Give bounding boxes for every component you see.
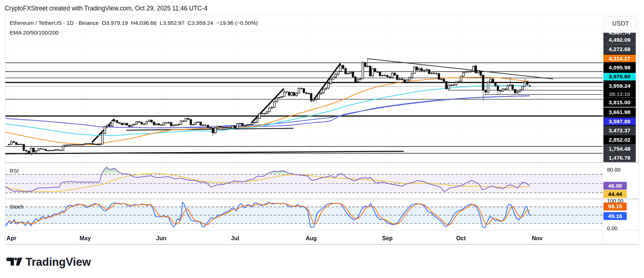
svg-text:Aug: Aug [306, 235, 317, 241]
svg-text:2,852.02: 2,852.02 [609, 137, 630, 143]
svg-text:Oct: Oct [456, 235, 466, 241]
svg-text:1,476.78: 1,476.78 [609, 155, 631, 161]
svg-text:Jul: Jul [231, 235, 239, 241]
svg-text:Sep: Sep [382, 235, 393, 241]
svg-text:CryptoFXStreet created with Tr: CryptoFXStreet created with TradingView.… [5, 5, 208, 12]
svg-text:1,754.48: 1,754.48 [609, 146, 631, 152]
svg-text:49.16: 49.16 [608, 213, 622, 219]
svg-text:3,472.37: 3,472.37 [609, 127, 630, 133]
svg-text:Ethereum / TetherUS · 1D · Bin: Ethereum / TetherUS · 1D · Binance O3,97… [10, 20, 258, 26]
svg-text:4,272.68: 4,272.68 [609, 46, 631, 52]
svg-text:44.44: 44.44 [608, 191, 622, 197]
svg-text:4,114.17: 4,114.17 [609, 55, 630, 61]
svg-text:Stoch: Stoch [10, 204, 23, 210]
svg-text:80.00: 80.00 [607, 167, 621, 173]
svg-text:USDT: USDT [612, 20, 629, 27]
svg-text:59.15: 59.15 [608, 203, 622, 209]
svg-text:Nov: Nov [532, 235, 542, 241]
svg-text:3,815.00: 3,815.00 [609, 99, 630, 105]
svg-text:0.00: 0.00 [607, 225, 617, 231]
svg-text:4,492.09: 4,492.09 [609, 37, 631, 43]
svg-text:4,095.98: 4,095.98 [609, 64, 631, 70]
svg-text:EMA 20/50/100/200: EMA 20/50/100/200 [10, 29, 59, 36]
svg-text:RSI: RSI [10, 168, 19, 174]
svg-text:TradingView: TradingView [26, 256, 91, 268]
svg-text:08:13:10: 08:13:10 [609, 91, 630, 97]
svg-text:3,661.98: 3,661.98 [609, 109, 631, 115]
svg-text:May: May [80, 235, 91, 241]
svg-text:3,959.24: 3,959.24 [609, 83, 631, 89]
svg-text:46.00: 46.00 [608, 183, 622, 189]
svg-text:3,597.89: 3,597.89 [609, 118, 631, 124]
svg-text:Jun: Jun [156, 235, 166, 241]
svg-text:3,970.60: 3,970.60 [609, 73, 630, 79]
svg-text:Apr: Apr [6, 235, 17, 241]
